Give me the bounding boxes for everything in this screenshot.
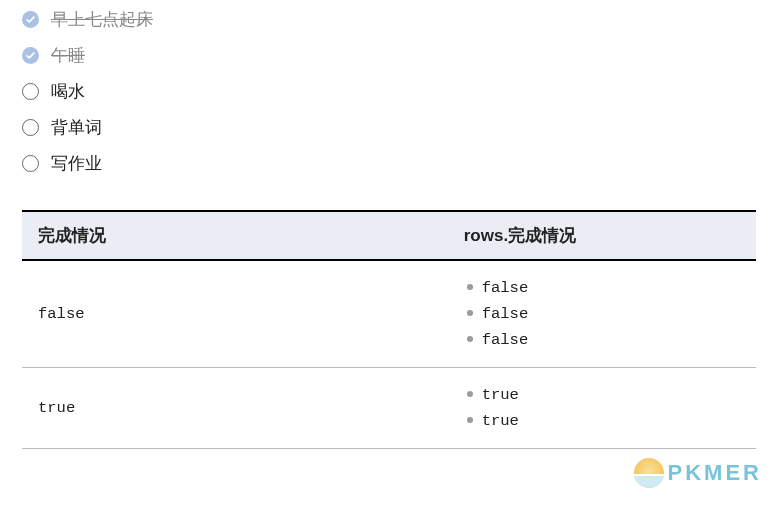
watermark: PKMER bbox=[634, 458, 762, 488]
todo-label: 午睡 bbox=[51, 44, 85, 67]
table-header: rows.完成情况 bbox=[448, 211, 756, 260]
summary-table: 完成情况 rows.完成情况 false false false false t… bbox=[22, 210, 756, 449]
checkbox-unchecked-icon[interactable] bbox=[22, 155, 39, 172]
list-item: false bbox=[482, 275, 740, 301]
todo-label: 背单词 bbox=[51, 116, 102, 139]
todo-item: 早上七点起床 bbox=[22, 2, 756, 38]
todo-item: 喝水 bbox=[22, 74, 756, 110]
table-row: false false false false bbox=[22, 260, 756, 368]
todo-item: 背单词 bbox=[22, 110, 756, 146]
table-cell-values: true true bbox=[448, 368, 756, 449]
value-list: false false false bbox=[464, 275, 740, 353]
value-list: true true bbox=[464, 382, 740, 434]
checkbox-checked-icon[interactable] bbox=[22, 47, 39, 64]
todo-item: 午睡 bbox=[22, 38, 756, 74]
table-cell-key: true bbox=[22, 368, 448, 449]
todo-label: 喝水 bbox=[51, 80, 85, 103]
table-row: true true true bbox=[22, 368, 756, 449]
list-item: true bbox=[482, 382, 740, 408]
checkbox-unchecked-icon[interactable] bbox=[22, 83, 39, 100]
table-cell-key: false bbox=[22, 260, 448, 368]
list-item: false bbox=[482, 301, 740, 327]
list-item: false bbox=[482, 327, 740, 353]
todo-label: 写作业 bbox=[51, 152, 102, 175]
todo-list: 早上七点起床 午睡 喝水 背单词 写作业 bbox=[22, 2, 756, 182]
table-cell-values: false false false bbox=[448, 260, 756, 368]
pkmer-logo-icon bbox=[634, 458, 664, 488]
todo-label: 早上七点起床 bbox=[51, 8, 153, 31]
list-item: true bbox=[482, 408, 740, 434]
table-header: 完成情况 bbox=[22, 211, 448, 260]
checkbox-checked-icon[interactable] bbox=[22, 11, 39, 28]
table-header-row: 完成情况 rows.完成情况 bbox=[22, 211, 756, 260]
watermark-text: PKMER bbox=[668, 460, 762, 486]
todo-item: 写作业 bbox=[22, 146, 756, 182]
checkbox-unchecked-icon[interactable] bbox=[22, 119, 39, 136]
